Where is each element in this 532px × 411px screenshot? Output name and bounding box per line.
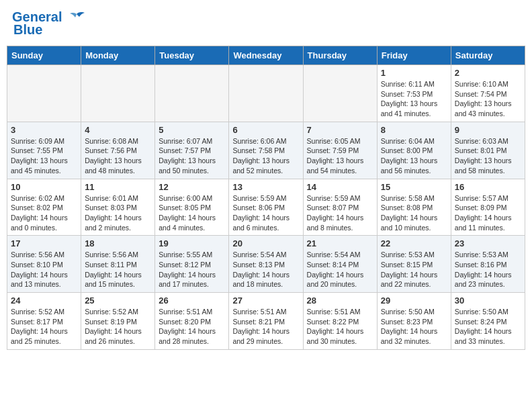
day-info: Sunrise: 5:56 AM Sunset: 8:10 PM Dayligh…: [11, 250, 77, 289]
day-number: 4: [85, 125, 151, 135]
day-info: Sunrise: 5:59 AM Sunset: 8:07 PM Dayligh…: [307, 193, 373, 233]
day-number: 26: [159, 295, 225, 306]
calendar-cell: 20Sunrise: 5:54 AM Sunset: 8:13 PM Dayli…: [229, 236, 303, 293]
calendar-cell: 30Sunrise: 5:50 AM Sunset: 8:24 PM Dayli…: [451, 293, 525, 350]
day-info: Sunrise: 6:01 AM Sunset: 8:03 PM Dayligh…: [85, 193, 151, 233]
day-number: 6: [232, 125, 299, 135]
day-number: 15: [381, 182, 447, 192]
logo-bird-icon: [67, 11, 86, 25]
day-info: Sunrise: 5:52 AM Sunset: 8:19 PM Dayligh…: [85, 307, 151, 347]
calendar-cell: 12Sunrise: 6:00 AM Sunset: 8:05 PM Dayli…: [155, 179, 229, 236]
day-number: 20: [232, 238, 299, 248]
weekday-header-sunday: Sunday: [7, 46, 81, 65]
day-number: 29: [381, 295, 447, 306]
day-number: 27: [232, 295, 299, 306]
day-number: 21: [307, 238, 373, 248]
day-number: 24: [11, 295, 77, 306]
calendar-table: SundayMondayTuesdayWednesdayThursdayFrid…: [7, 46, 525, 350]
calendar-week-row-3: 10Sunrise: 6:02 AM Sunset: 8:02 PM Dayli…: [7, 179, 525, 236]
day-info: Sunrise: 6:00 AM Sunset: 8:05 PM Dayligh…: [159, 193, 225, 233]
day-number: 16: [455, 182, 521, 192]
day-number: 10: [11, 182, 77, 192]
calendar-cell: [303, 65, 377, 122]
day-info: Sunrise: 6:10 AM Sunset: 7:54 PM Dayligh…: [455, 79, 521, 119]
calendar-cell: 8Sunrise: 6:04 AM Sunset: 8:00 PM Daylig…: [377, 122, 451, 179]
calendar-week-row-1: 1Sunrise: 6:11 AM Sunset: 7:53 PM Daylig…: [7, 65, 525, 122]
calendar-cell: 24Sunrise: 5:52 AM Sunset: 8:17 PM Dayli…: [7, 293, 81, 350]
calendar-cell: 19Sunrise: 5:55 AM Sunset: 8:12 PM Dayli…: [155, 236, 229, 293]
day-number: 22: [381, 238, 447, 248]
day-info: Sunrise: 5:51 AM Sunset: 8:20 PM Dayligh…: [159, 307, 225, 347]
weekday-header-row: SundayMondayTuesdayWednesdayThursdayFrid…: [7, 46, 525, 65]
day-number: 9: [455, 125, 521, 135]
day-number: 12: [159, 182, 225, 192]
page-header: General Blue: [7, 7, 525, 40]
calendar-cell: 15Sunrise: 5:58 AM Sunset: 8:08 PM Dayli…: [377, 179, 451, 236]
day-info: Sunrise: 5:58 AM Sunset: 8:08 PM Dayligh…: [381, 193, 447, 233]
calendar-cell: 7Sunrise: 6:05 AM Sunset: 7:59 PM Daylig…: [303, 122, 377, 179]
day-info: Sunrise: 6:09 AM Sunset: 7:55 PM Dayligh…: [11, 136, 77, 176]
logo: General Blue: [12, 9, 86, 38]
day-info: Sunrise: 5:52 AM Sunset: 8:17 PM Dayligh…: [11, 307, 77, 347]
day-number: 5: [159, 125, 225, 135]
day-info: Sunrise: 5:53 AM Sunset: 8:15 PM Dayligh…: [381, 250, 447, 289]
calendar-cell: 11Sunrise: 6:01 AM Sunset: 8:03 PM Dayli…: [81, 179, 155, 236]
day-number: 13: [232, 182, 299, 192]
weekday-header-thursday: Thursday: [303, 46, 377, 65]
day-number: 23: [455, 238, 521, 248]
calendar-cell: 14Sunrise: 5:59 AM Sunset: 8:07 PM Dayli…: [303, 179, 377, 236]
day-number: 28: [307, 295, 373, 306]
day-info: Sunrise: 5:54 AM Sunset: 8:13 PM Dayligh…: [232, 250, 299, 289]
day-info: Sunrise: 5:59 AM Sunset: 8:06 PM Dayligh…: [232, 193, 299, 233]
day-info: Sunrise: 6:04 AM Sunset: 8:00 PM Dayligh…: [381, 136, 447, 176]
calendar-cell: 23Sunrise: 5:53 AM Sunset: 8:16 PM Dayli…: [451, 236, 525, 293]
calendar-cell: 6Sunrise: 6:06 AM Sunset: 7:58 PM Daylig…: [229, 122, 303, 179]
day-number: 1: [381, 68, 447, 78]
day-number: 3: [11, 125, 77, 135]
calendar-cell: 13Sunrise: 5:59 AM Sunset: 8:06 PM Dayli…: [229, 179, 303, 236]
day-info: Sunrise: 5:56 AM Sunset: 8:11 PM Dayligh…: [85, 250, 151, 289]
calendar-cell: [81, 65, 155, 122]
logo-blue-text: Blue: [13, 22, 42, 38]
calendar-cell: [229, 65, 303, 122]
calendar-cell: 3Sunrise: 6:09 AM Sunset: 7:55 PM Daylig…: [7, 122, 81, 179]
calendar-cell: 29Sunrise: 5:50 AM Sunset: 8:23 PM Dayli…: [377, 293, 451, 350]
calendar-cell: 28Sunrise: 5:51 AM Sunset: 8:22 PM Dayli…: [303, 293, 377, 350]
calendar-cell: 9Sunrise: 6:03 AM Sunset: 8:01 PM Daylig…: [451, 122, 525, 179]
day-number: 19: [159, 238, 225, 248]
day-info: Sunrise: 6:03 AM Sunset: 8:01 PM Dayligh…: [455, 136, 521, 176]
day-info: Sunrise: 5:55 AM Sunset: 8:12 PM Dayligh…: [159, 250, 225, 289]
day-number: 17: [11, 238, 77, 248]
calendar-cell: 22Sunrise: 5:53 AM Sunset: 8:15 PM Dayli…: [377, 236, 451, 293]
calendar-cell: 16Sunrise: 5:57 AM Sunset: 8:09 PM Dayli…: [451, 179, 525, 236]
day-info: Sunrise: 6:02 AM Sunset: 8:02 PM Dayligh…: [11, 193, 77, 233]
day-info: Sunrise: 6:07 AM Sunset: 7:57 PM Dayligh…: [159, 136, 225, 176]
day-number: 14: [307, 182, 373, 192]
calendar-cell: 10Sunrise: 6:02 AM Sunset: 8:02 PM Dayli…: [7, 179, 81, 236]
day-info: Sunrise: 5:50 AM Sunset: 8:24 PM Dayligh…: [455, 307, 521, 347]
day-number: 2: [455, 68, 521, 78]
calendar-week-row-5: 24Sunrise: 5:52 AM Sunset: 8:17 PM Dayli…: [7, 293, 525, 350]
weekday-header-monday: Monday: [81, 46, 155, 65]
day-number: 11: [85, 182, 151, 192]
weekday-header-friday: Friday: [377, 46, 451, 65]
calendar-cell: 27Sunrise: 5:51 AM Sunset: 8:21 PM Dayli…: [229, 293, 303, 350]
weekday-header-tuesday: Tuesday: [155, 46, 229, 65]
day-info: Sunrise: 6:08 AM Sunset: 7:56 PM Dayligh…: [85, 136, 151, 176]
calendar-cell: 2Sunrise: 6:10 AM Sunset: 7:54 PM Daylig…: [451, 65, 525, 122]
calendar-cell: 18Sunrise: 5:56 AM Sunset: 8:11 PM Dayli…: [81, 236, 155, 293]
day-info: Sunrise: 5:51 AM Sunset: 8:22 PM Dayligh…: [307, 307, 373, 347]
calendar-cell: 25Sunrise: 5:52 AM Sunset: 8:19 PM Dayli…: [81, 293, 155, 350]
day-info: Sunrise: 5:53 AM Sunset: 8:16 PM Dayligh…: [455, 250, 521, 289]
weekday-header-wednesday: Wednesday: [229, 46, 303, 65]
day-info: Sunrise: 5:50 AM Sunset: 8:23 PM Dayligh…: [381, 307, 447, 347]
calendar-cell: 5Sunrise: 6:07 AM Sunset: 7:57 PM Daylig…: [155, 122, 229, 179]
day-info: Sunrise: 6:05 AM Sunset: 7:59 PM Dayligh…: [307, 136, 373, 176]
day-number: 18: [85, 238, 151, 248]
calendar-cell: [7, 65, 81, 122]
calendar-cell: [155, 65, 229, 122]
day-info: Sunrise: 6:11 AM Sunset: 7:53 PM Dayligh…: [381, 79, 447, 119]
calendar-cell: 17Sunrise: 5:56 AM Sunset: 8:10 PM Dayli…: [7, 236, 81, 293]
calendar-cell: 4Sunrise: 6:08 AM Sunset: 7:56 PM Daylig…: [81, 122, 155, 179]
calendar-week-row-4: 17Sunrise: 5:56 AM Sunset: 8:10 PM Dayli…: [7, 236, 525, 293]
